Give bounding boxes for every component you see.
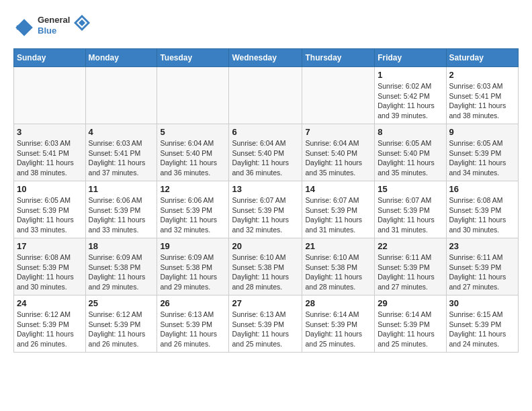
day-info: Sunrise: 6:08 AM Sunset: 5:39 PM Dayligh… — [449, 195, 515, 235]
day-info: Sunrise: 6:12 AM Sunset: 5:39 PM Dayligh… — [89, 310, 154, 349]
day-info: Sunrise: 6:14 AM Sunset: 5:39 PM Dayligh… — [378, 310, 443, 349]
day-info: Sunrise: 6:05 AM Sunset: 5:40 PM Dayligh… — [378, 138, 443, 178]
day-number: 23 — [449, 241, 515, 251]
weekday-saturday: Saturday — [446, 49, 518, 67]
day-info: Sunrise: 6:06 AM Sunset: 5:39 PM Dayligh… — [89, 195, 154, 235]
calendar-cell: 27Sunrise: 6:13 AM Sunset: 5:39 PM Dayli… — [229, 295, 302, 353]
svg-text:General: General — [38, 15, 70, 25]
day-number: 24 — [17, 298, 83, 308]
day-info: Sunrise: 6:06 AM Sunset: 5:39 PM Dayligh… — [160, 195, 226, 235]
day-info: Sunrise: 6:13 AM Sunset: 5:39 PM Dayligh… — [160, 310, 226, 349]
calendar-cell: 8Sunrise: 6:05 AM Sunset: 5:40 PM Daylig… — [375, 124, 446, 181]
weekday-wednesday: Wednesday — [229, 49, 302, 67]
day-number: 7 — [305, 127, 371, 137]
day-number: 1 — [378, 70, 443, 80]
calendar-body: 1Sunrise: 6:02 AM Sunset: 5:42 PM Daylig… — [14, 67, 519, 353]
calendar-cell: 6Sunrise: 6:04 AM Sunset: 5:40 PM Daylig… — [229, 124, 302, 181]
svg-rect-2 — [17, 26, 26, 30]
calendar-week-5: 24Sunrise: 6:12 AM Sunset: 5:39 PM Dayli… — [14, 295, 519, 353]
day-info: Sunrise: 6:05 AM Sunset: 5:39 PM Dayligh… — [17, 195, 83, 235]
day-number: 10 — [17, 184, 83, 194]
day-number: 17 — [17, 241, 83, 251]
day-info: Sunrise: 6:10 AM Sunset: 5:38 PM Dayligh… — [232, 253, 299, 292]
day-number: 2 — [449, 70, 515, 80]
logo-icon — [13, 17, 35, 38]
day-info: Sunrise: 6:08 AM Sunset: 5:39 PM Dayligh… — [17, 253, 83, 292]
calendar-cell: 19Sunrise: 6:09 AM Sunset: 5:38 PM Dayli… — [157, 238, 229, 295]
calendar-cell: 15Sunrise: 6:07 AM Sunset: 5:39 PM Dayli… — [375, 181, 446, 238]
day-number: 3 — [17, 127, 83, 137]
weekday-tuesday: Tuesday — [157, 49, 229, 67]
calendar-cell: 13Sunrise: 6:07 AM Sunset: 5:39 PM Dayli… — [229, 181, 302, 238]
calendar-cell: 2Sunrise: 6:03 AM Sunset: 5:41 PM Daylig… — [446, 67, 518, 124]
calendar-cell: 3Sunrise: 6:03 AM Sunset: 5:41 PM Daylig… — [14, 124, 86, 181]
calendar-cell: 11Sunrise: 6:06 AM Sunset: 5:39 PM Dayli… — [85, 181, 157, 238]
calendar-cell: 18Sunrise: 6:09 AM Sunset: 5:38 PM Dayli… — [85, 238, 157, 295]
calendar-cell: 7Sunrise: 6:04 AM Sunset: 5:40 PM Daylig… — [302, 124, 375, 181]
day-info: Sunrise: 6:04 AM Sunset: 5:40 PM Dayligh… — [305, 138, 371, 178]
calendar-cell: 17Sunrise: 6:08 AM Sunset: 5:39 PM Dayli… — [14, 238, 86, 295]
calendar-week-1: 1Sunrise: 6:02 AM Sunset: 5:42 PM Daylig… — [14, 67, 519, 124]
day-info: Sunrise: 6:02 AM Sunset: 5:42 PM Dayligh… — [378, 81, 443, 121]
day-info: Sunrise: 6:03 AM Sunset: 5:41 PM Dayligh… — [449, 81, 515, 121]
day-number: 25 — [89, 298, 154, 308]
day-info: Sunrise: 6:04 AM Sunset: 5:40 PM Dayligh… — [160, 138, 226, 178]
calendar-cell: 4Sunrise: 6:03 AM Sunset: 5:41 PM Daylig… — [85, 124, 157, 181]
day-info: Sunrise: 6:07 AM Sunset: 5:39 PM Dayligh… — [232, 195, 299, 235]
day-info: Sunrise: 6:09 AM Sunset: 5:38 PM Dayligh… — [89, 253, 154, 292]
calendar-cell: 14Sunrise: 6:07 AM Sunset: 5:39 PM Dayli… — [302, 181, 375, 238]
calendar-cell: 26Sunrise: 6:13 AM Sunset: 5:39 PM Dayli… — [157, 295, 229, 353]
day-number: 5 — [160, 127, 226, 137]
day-number: 18 — [89, 241, 154, 251]
day-info: Sunrise: 6:03 AM Sunset: 5:41 PM Dayligh… — [17, 138, 83, 178]
day-number: 27 — [232, 298, 299, 308]
calendar-cell — [302, 67, 375, 124]
calendar-cell: 28Sunrise: 6:14 AM Sunset: 5:39 PM Dayli… — [302, 295, 375, 353]
day-number: 8 — [378, 127, 443, 137]
day-number: 9 — [449, 127, 515, 137]
calendar-cell: 21Sunrise: 6:10 AM Sunset: 5:38 PM Dayli… — [302, 238, 375, 295]
calendar-cell: 23Sunrise: 6:11 AM Sunset: 5:39 PM Dayli… — [446, 238, 518, 295]
calendar-header: SundayMondayTuesdayWednesdayThursdayFrid… — [14, 49, 519, 67]
calendar-week-2: 3Sunrise: 6:03 AM Sunset: 5:41 PM Daylig… — [14, 124, 519, 181]
day-number: 11 — [89, 184, 154, 194]
day-info: Sunrise: 6:10 AM Sunset: 5:38 PM Dayligh… — [305, 253, 371, 292]
calendar-cell: 29Sunrise: 6:14 AM Sunset: 5:39 PM Dayli… — [375, 295, 446, 353]
calendar-cell: 5Sunrise: 6:04 AM Sunset: 5:40 PM Daylig… — [157, 124, 229, 181]
calendar-cell: 20Sunrise: 6:10 AM Sunset: 5:38 PM Dayli… — [229, 238, 302, 295]
day-number: 28 — [305, 298, 371, 308]
svg-text:Blue: Blue — [38, 26, 56, 36]
day-number: 14 — [305, 184, 371, 194]
calendar-cell: 12Sunrise: 6:06 AM Sunset: 5:39 PM Dayli… — [157, 181, 229, 238]
day-number: 22 — [378, 241, 443, 251]
calendar-week-3: 10Sunrise: 6:05 AM Sunset: 5:39 PM Dayli… — [14, 181, 519, 238]
day-info: Sunrise: 6:15 AM Sunset: 5:39 PM Dayligh… — [449, 310, 515, 349]
day-number: 4 — [89, 127, 154, 137]
calendar-cell: 24Sunrise: 6:12 AM Sunset: 5:39 PM Dayli… — [14, 295, 86, 353]
day-info: Sunrise: 6:11 AM Sunset: 5:39 PM Dayligh… — [378, 253, 443, 292]
day-number: 6 — [232, 127, 299, 137]
calendar-cell — [14, 67, 86, 124]
day-info: Sunrise: 6:12 AM Sunset: 5:39 PM Dayligh… — [17, 310, 83, 349]
weekday-monday: Monday — [85, 49, 157, 67]
calendar-cell — [85, 67, 157, 124]
day-info: Sunrise: 6:07 AM Sunset: 5:39 PM Dayligh… — [305, 195, 371, 235]
general-blue-logo: General Blue — [38, 13, 91, 42]
calendar-week-4: 17Sunrise: 6:08 AM Sunset: 5:39 PM Dayli… — [14, 238, 519, 295]
day-number: 21 — [305, 241, 371, 251]
day-number: 29 — [378, 298, 443, 308]
day-info: Sunrise: 6:05 AM Sunset: 5:39 PM Dayligh… — [449, 138, 515, 178]
day-number: 15 — [378, 184, 443, 194]
calendar-cell: 10Sunrise: 6:05 AM Sunset: 5:39 PM Dayli… — [14, 181, 86, 238]
day-number: 13 — [232, 184, 299, 194]
calendar-cell: 25Sunrise: 6:12 AM Sunset: 5:39 PM Dayli… — [85, 295, 157, 353]
day-info: Sunrise: 6:11 AM Sunset: 5:39 PM Dayligh… — [449, 253, 515, 292]
calendar-cell: 22Sunrise: 6:11 AM Sunset: 5:39 PM Dayli… — [375, 238, 446, 295]
day-info: Sunrise: 6:07 AM Sunset: 5:39 PM Dayligh… — [378, 195, 443, 235]
weekday-sunday: Sunday — [14, 49, 86, 67]
day-info: Sunrise: 6:13 AM Sunset: 5:39 PM Dayligh… — [232, 310, 299, 349]
day-info: Sunrise: 6:03 AM Sunset: 5:41 PM Dayligh… — [89, 138, 154, 178]
day-info: Sunrise: 6:04 AM Sunset: 5:40 PM Dayligh… — [232, 138, 299, 178]
logo: General Blue — [13, 13, 91, 42]
calendar-cell — [229, 67, 302, 124]
